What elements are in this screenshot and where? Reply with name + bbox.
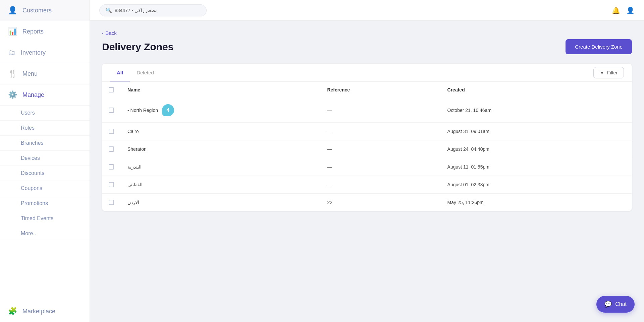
select-all-checkbox[interactable] — [109, 87, 114, 92]
reports-icon: 📊 — [8, 27, 17, 36]
tab-deleted[interactable]: Deleted — [130, 64, 161, 81]
row-checkbox[interactable] — [109, 129, 114, 134]
select-all-header — [102, 82, 121, 98]
zone-name: - North Region — [127, 108, 158, 113]
table-row[interactable]: القطيف—August 01, 02:38pm — [102, 176, 632, 194]
table-row[interactable]: Sheraton—August 24, 04:40pm — [102, 140, 632, 158]
sidebar-item-label: Marketplace — [22, 308, 55, 315]
zone-created: August 01, 02:38pm — [441, 176, 632, 194]
sidebar-item-customers[interactable]: 👤 Customers — [0, 0, 90, 21]
sidebar-sub-label: Branches — [21, 140, 44, 146]
sidebar-sub-label: Coupons — [21, 185, 42, 191]
sidebar-submenu: Users Roles Branches Devices Discounts C… — [0, 106, 90, 241]
create-delivery-zone-button[interactable]: Create Delivery Zone — [566, 39, 632, 54]
back-link[interactable]: ‹ Back — [102, 30, 632, 36]
sidebar-item-branches[interactable]: Branches — [0, 136, 90, 151]
marketplace-icon: 🧩 — [8, 307, 17, 316]
sidebar-item-label: Menu — [22, 70, 38, 77]
main-area: 🔍 🔔 👤 ‹ Back Delivery Zones Create Deliv… — [90, 0, 644, 322]
table-row[interactable]: الاردن22May 25, 11:26pm — [102, 194, 632, 211]
sidebar-sub-label: More.. — [21, 231, 36, 237]
sidebar-item-reports[interactable]: 📊 Reports — [0, 21, 90, 42]
topbar-right: 🔔 👤 — [612, 6, 635, 14]
sidebar-item-label: Manage — [22, 91, 44, 99]
sidebar-item-marketplace[interactable]: 🧩 Marketplace — [0, 301, 90, 322]
zone-reference: — — [320, 140, 440, 158]
sidebar-sub-label: Timed Events — [21, 215, 53, 221]
sidebar-item-devices[interactable]: Devices — [0, 151, 90, 166]
zone-reference: — — [320, 123, 440, 140]
manage-icon: ⚙️ — [8, 90, 17, 99]
chat-button[interactable]: 💬 Chat — [596, 296, 635, 313]
chat-label: Chat — [615, 301, 627, 307]
col-reference: Reference — [320, 82, 440, 98]
search-input[interactable] — [115, 8, 200, 13]
sidebar-item-more[interactable]: More.. — [0, 226, 90, 241]
sidebar-item-menu[interactable]: 🍴 Menu — [0, 63, 90, 84]
col-name: Name — [121, 82, 320, 98]
menu-icon: 🍴 — [8, 69, 17, 78]
sidebar-sub-label: Roles — [21, 125, 35, 131]
notifications-icon[interactable]: 🔔 — [612, 6, 620, 14]
data-table: Name Reference Created - North Region4—O… — [102, 82, 632, 211]
zone-badge: 4 — [162, 104, 174, 116]
tabs: All Deleted — [110, 64, 161, 81]
zone-reference: — — [320, 176, 440, 194]
sidebar-item-manage[interactable]: ⚙️ Manage — [0, 84, 90, 106]
customers-icon: 👤 — [8, 6, 17, 15]
zone-created: August 31, 09:01am — [441, 123, 632, 140]
filter-label: Filter — [607, 70, 618, 75]
search-box[interactable]: 🔍 — [99, 4, 207, 16]
user-avatar-icon[interactable]: 👤 — [626, 6, 635, 14]
search-icon: 🔍 — [106, 7, 112, 13]
filter-button[interactable]: ▼ Filter — [593, 67, 624, 78]
sidebar-sub-label: Users — [21, 110, 35, 116]
row-checkbox[interactable] — [109, 164, 114, 170]
zone-reference: — — [320, 158, 440, 176]
filter-icon: ▼ — [600, 70, 604, 75]
sidebar-sub-label: Discounts — [21, 170, 44, 176]
sidebar-item-label: Inventory — [21, 49, 46, 56]
page-content: ‹ Back Delivery Zones Create Delivery Zo… — [90, 21, 644, 322]
table-row[interactable]: Cairo—August 31, 09:01am — [102, 123, 632, 140]
zone-created: May 25, 11:26pm — [441, 194, 632, 211]
zone-name: Sheraton — [127, 146, 147, 152]
zone-created: August 11, 01:55pm — [441, 158, 632, 176]
table-body: - North Region4—October 21, 10:46amCairo… — [102, 98, 632, 211]
sidebar-sub-label: Promotions — [21, 200, 48, 206]
tabs-row: All Deleted ▼ Filter — [102, 64, 632, 82]
sidebar-item-label: Customers — [22, 7, 52, 14]
sidebar-item-discounts[interactable]: Discounts — [0, 166, 90, 181]
topbar: 🔍 🔔 👤 — [90, 0, 644, 21]
col-created: Created — [441, 82, 632, 98]
zone-created: October 21, 10:46am — [441, 98, 632, 123]
row-checkbox[interactable] — [109, 146, 114, 152]
zone-reference: — — [320, 98, 440, 123]
sidebar-item-promotions[interactable]: Promotions — [0, 196, 90, 211]
sidebar: 👤 Customers 📊 Reports 🗂 Inventory 🍴 Menu… — [0, 0, 90, 322]
zone-created: August 24, 04:40pm — [441, 140, 632, 158]
page-title: Delivery Zones — [102, 41, 173, 53]
tab-all[interactable]: All — [110, 64, 130, 81]
sidebar-item-users[interactable]: Users — [0, 106, 90, 121]
zone-name: القطيف — [127, 182, 143, 187]
zone-reference: 22 — [320, 194, 440, 211]
zone-name: الاردن — [127, 200, 139, 205]
sidebar-item-timed-events[interactable]: Timed Events — [0, 211, 90, 226]
row-checkbox[interactable] — [109, 200, 114, 205]
sidebar-sub-label: Devices — [21, 155, 40, 161]
sidebar-item-coupons[interactable]: Coupons — [0, 181, 90, 196]
zone-name: Cairo — [127, 129, 139, 134]
row-checkbox[interactable] — [109, 182, 114, 187]
sidebar-item-roles[interactable]: Roles — [0, 121, 90, 136]
row-checkbox[interactable] — [109, 108, 114, 113]
inventory-icon: 🗂 — [8, 48, 15, 57]
page-header: Delivery Zones Create Delivery Zone — [102, 39, 632, 54]
table-row[interactable]: البندرية—August 11, 01:55pm — [102, 158, 632, 176]
back-label: Back — [105, 30, 116, 36]
sidebar-item-inventory[interactable]: 🗂 Inventory — [0, 42, 90, 63]
zone-name: البندرية — [127, 164, 142, 170]
sidebar-item-label: Reports — [22, 28, 44, 35]
table-row[interactable]: - North Region4—October 21, 10:46am — [102, 98, 632, 123]
chat-icon: 💬 — [604, 301, 612, 308]
